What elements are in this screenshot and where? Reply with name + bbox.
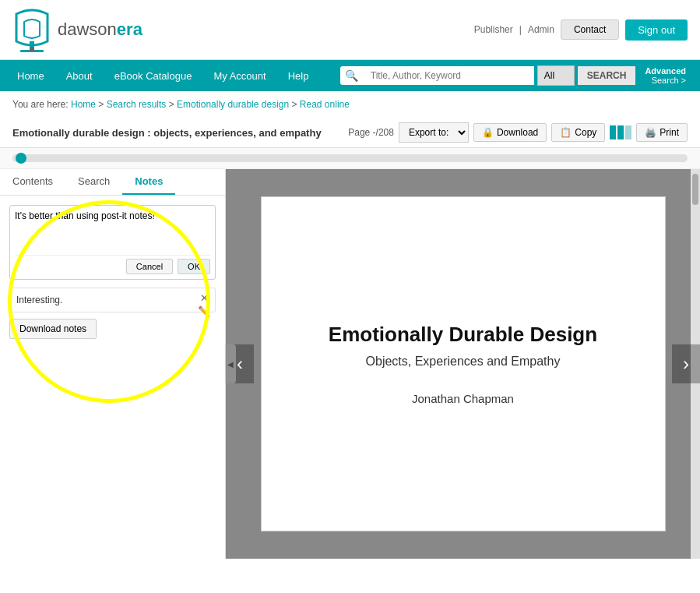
- export-to-select[interactable]: Export to:: [399, 122, 469, 143]
- tabs: Contents Search Notes: [0, 169, 225, 196]
- breadcrumb: You are here: Home > Search results > Em…: [0, 91, 700, 118]
- breadcrumb-sep2: >: [169, 99, 177, 110]
- search-button[interactable]: SEARCH: [578, 66, 636, 85]
- note-editor-actions: Cancel OK: [15, 255, 210, 274]
- note-textarea[interactable]: It's better than using post-it notes!: [15, 210, 210, 249]
- tab-contents[interactable]: Contents: [0, 169, 65, 195]
- download-button[interactable]: 🔒 Download: [473, 123, 547, 142]
- search-input[interactable]: [363, 66, 534, 85]
- print-button[interactable]: 🖨️ Print: [636, 123, 688, 142]
- logo-era: era: [117, 19, 142, 39]
- navigation: Home About eBook Catalogue My Account He…: [0, 60, 700, 91]
- nav-help[interactable]: Help: [279, 64, 318, 88]
- advanced-line1: Advanced: [645, 66, 686, 76]
- search-area: 🔍 All SEARCH Advanced Search >: [340, 63, 692, 88]
- slider-area: [0, 148, 700, 169]
- note-item: Interesting. ✕ ✏️: [9, 288, 216, 312]
- note-item-actions: ✕ ✏️: [198, 293, 210, 316]
- delete-note-button[interactable]: ✕: [198, 293, 210, 303]
- book-viewer: ‹ Emotionally Durable Design Objects, Ex…: [226, 169, 700, 559]
- signout-button[interactable]: Sign out: [625, 19, 688, 41]
- page-info: Page -/208: [348, 127, 394, 138]
- logo-dawson: dawson: [58, 19, 117, 39]
- page-slider-thumb[interactable]: [16, 153, 26, 164]
- book-bar-right: Page -/208 Export to: 🔒 Download 📋 Copy …: [348, 122, 688, 143]
- progress-indicator: [610, 125, 631, 139]
- breadcrumb-sep1: >: [98, 99, 106, 110]
- chevron-left-icon: ‹: [237, 353, 243, 375]
- prev-page-button[interactable]: ‹: [226, 344, 254, 383]
- book-page-author: Jonathan Chapman: [412, 392, 514, 405]
- search-filter-wrap: All: [537, 65, 575, 86]
- nav-home[interactable]: Home: [8, 64, 54, 88]
- breadcrumb-home[interactable]: Home: [71, 99, 96, 110]
- download-notes-button[interactable]: Download notes: [9, 319, 97, 339]
- breadcrumb-search-results[interactable]: Search results: [107, 99, 167, 110]
- nav-my-account[interactable]: My Account: [204, 64, 275, 88]
- notes-panel-content: It's better than using post-it notes! Ca…: [0, 196, 225, 348]
- lock-icon: 🔒: [482, 127, 494, 138]
- you-are-here-label: You are here:: [12, 99, 69, 110]
- breadcrumb-sep3: >: [292, 99, 300, 110]
- nav-ebook-catalogue[interactable]: eBook Catalogue: [105, 64, 202, 88]
- book-page-title: Emotionally Durable Design: [329, 323, 597, 347]
- print-icon: 🖨️: [645, 127, 656, 138]
- scrollbar-thumb[interactable]: [692, 174, 698, 205]
- page-slider-track[interactable]: [12, 154, 688, 162]
- logo-area: dawsonera: [12, 6, 142, 53]
- logo-text: dawsonera: [58, 19, 142, 40]
- advanced-line2: Search >: [645, 76, 686, 85]
- logo-icon: [12, 6, 51, 53]
- edit-note-button[interactable]: ✏️: [198, 306, 210, 316]
- tab-search[interactable]: Search: [65, 169, 122, 195]
- note-editor: It's better than using post-it notes! Ca…: [9, 205, 216, 280]
- book-page: Emotionally Durable Design Objects, Expe…: [261, 196, 666, 531]
- search-icon: 🔍: [340, 69, 363, 82]
- note-item-text: Interesting.: [16, 295, 209, 305]
- book-bar: Emotionally durable design : objects, ex…: [0, 118, 700, 148]
- left-panel: Contents Search Notes It's better than u…: [0, 169, 226, 559]
- book-title: Emotionally durable design : objects, ex…: [12, 127, 339, 139]
- contact-button[interactable]: Contact: [561, 19, 619, 40]
- tab-notes[interactable]: Notes: [122, 169, 175, 195]
- header: dawsonera Publisher | Admin Contact Sign…: [0, 0, 700, 60]
- cancel-note-button[interactable]: Cancel: [126, 259, 173, 274]
- chevron-right-icon: ›: [683, 353, 689, 375]
- breadcrumb-read-online[interactable]: Read online: [300, 99, 350, 110]
- breadcrumb-book-title[interactable]: Emotionally durable design: [177, 99, 289, 110]
- next-page-button[interactable]: ›: [672, 344, 700, 383]
- nav-about[interactable]: About: [57, 64, 102, 88]
- pipe-separator: |: [519, 24, 522, 35]
- svg-point-2: [30, 47, 34, 51]
- copy-icon: 📋: [560, 127, 572, 138]
- admin-label: Admin: [528, 24, 554, 35]
- advanced-search-link[interactable]: Advanced Search >: [638, 63, 692, 88]
- ok-note-button[interactable]: OK: [178, 259, 210, 274]
- book-page-subtitle: Objects, Experiences and Empathy: [366, 355, 561, 369]
- search-filter-select[interactable]: All: [537, 65, 575, 86]
- copy-button[interactable]: 📋 Copy: [551, 123, 605, 142]
- main-content: Contents Search Notes It's better than u…: [0, 169, 700, 559]
- header-right: Publisher | Admin Contact Sign out: [474, 19, 688, 41]
- publisher-label: Publisher: [474, 24, 513, 35]
